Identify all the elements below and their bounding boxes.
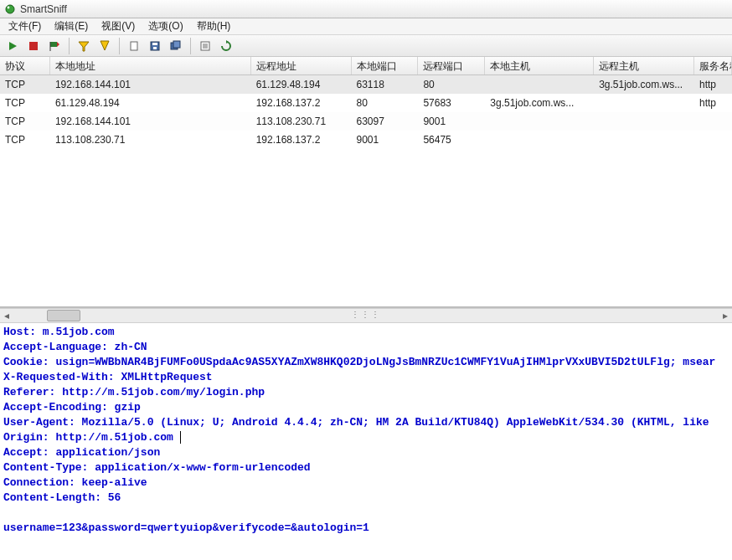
cell-local_port: 80 [352, 97, 419, 109]
splitter-grip-icon[interactable]: ⋮⋮⋮ [351, 310, 381, 319]
raw-line: Cookie: usign=WWBbNAR4BjFUMFo0USpdaAc9AS… [3, 356, 715, 368]
svg-marker-6 [57, 42, 59, 47]
svg-rect-11 [152, 43, 157, 45]
menu-options[interactable]: 选项(O) [142, 18, 189, 35]
menu-help[interactable]: 帮助(H) [190, 18, 238, 35]
cell-protocol: TCP [0, 116, 50, 127]
stop-icon [28, 40, 39, 52]
menubar: 文件(F) 编辑(E) 视图(V) 选项(O) 帮助(H) [0, 18, 732, 35]
table-row[interactable]: TCP192.168.144.101113.108.230.7163097900… [0, 112, 732, 131]
svg-rect-4 [50, 42, 57, 47]
text-caret [173, 431, 181, 444]
play-icon [7, 40, 18, 52]
horizontal-scrollbar[interactable]: ◂ ⋮⋮⋮ ▸ [0, 308, 732, 323]
stop-button[interactable] [24, 37, 43, 55]
refresh-button[interactable] [217, 37, 235, 55]
connections-grid: 协议 本地地址 远程地址 本地端口 远程端口 本地主机 远程主机 服务名称 TC… [0, 57, 732, 308]
cell-protocol: TCP [0, 97, 50, 109]
cell-remote_addr: 192.168.137.2 [251, 134, 352, 146]
raw-line: X-Requested-With: XMLHttpRequest [3, 371, 213, 383]
raw-line: Content-Type: application/x-www-form-url… [3, 461, 311, 474]
record-button[interactable] [45, 37, 64, 55]
col-local-addr[interactable]: 本地地址 [50, 57, 251, 74]
menu-view[interactable]: 视图(V) [95, 18, 142, 35]
window-titlebar: SmartSniff [0, 0, 732, 18]
cell-remote_addr: 192.168.137.2 [251, 97, 352, 109]
filter-button[interactable] [75, 37, 93, 55]
packet-content-pane[interactable]: Host: m.51job.com Accept-Language: zh-CN… [0, 323, 732, 560]
cell-local_host: 3g.51job.com.ws... [485, 97, 594, 109]
scroll-right-icon[interactable]: ▸ [719, 309, 732, 322]
toolbar-separator [190, 38, 191, 54]
svg-point-0 [6, 5, 14, 13]
cell-remote_addr: 113.108.230.71 [251, 116, 352, 127]
filter2-button[interactable] [95, 37, 114, 55]
col-protocol[interactable]: 协议 [0, 57, 50, 74]
cell-local_addr: 192.168.144.101 [50, 116, 251, 127]
cell-service: http [694, 97, 732, 109]
props-button[interactable] [196, 37, 214, 55]
svg-marker-8 [101, 41, 109, 50]
saveall-icon [170, 40, 182, 52]
cell-remote_port: 80 [418, 79, 485, 90]
toolbar [0, 35, 732, 57]
svg-rect-9 [131, 42, 137, 50]
table-row[interactable]: TCP113.108.230.71192.168.137.2900156475 [0, 131, 732, 149]
window-title: SmartSniff [20, 3, 67, 15]
col-service[interactable]: 服务名称 [694, 57, 732, 74]
new-icon [128, 40, 140, 52]
new-button[interactable] [125, 37, 143, 55]
cell-remote_port: 56475 [418, 134, 485, 146]
cell-local_addr: 61.129.48.194 [50, 97, 251, 109]
raw-line: username=123&password=qwertyuiop&verifyc… [3, 521, 369, 534]
filter2-icon [99, 40, 111, 52]
svg-rect-12 [153, 47, 157, 49]
cell-remote_host: 3g.51job.com.ws... [594, 79, 694, 90]
raw-line: Origin: http://m.51job.com [3, 431, 173, 444]
col-local-port[interactable]: 本地端口 [352, 57, 419, 74]
menu-edit[interactable]: 编辑(E) [48, 18, 95, 35]
col-remote-addr[interactable]: 远程地址 [251, 57, 352, 74]
menu-file[interactable]: 文件(F) [2, 18, 48, 35]
scroll-track[interactable]: ⋮⋮⋮ [13, 310, 719, 321]
scroll-thumb[interactable] [47, 310, 80, 321]
svg-point-1 [8, 6, 10, 8]
cell-remote_port: 9001 [418, 116, 485, 127]
app-icon [3, 3, 17, 16]
col-remote-host[interactable]: 远程主机 [594, 57, 694, 74]
raw-line: Accept: application/json [3, 446, 160, 459]
cell-service: http [694, 79, 732, 90]
toolbar-separator [119, 38, 120, 54]
svg-marker-7 [79, 42, 89, 51]
toolbar-separator [69, 38, 70, 54]
cell-local_addr: 192.168.144.101 [50, 79, 251, 90]
svg-rect-14 [173, 41, 180, 48]
cell-remote_port: 57683 [418, 97, 485, 109]
props-icon [199, 40, 211, 52]
cell-protocol: TCP [0, 79, 50, 90]
refresh-icon [220, 40, 232, 52]
save-button[interactable] [146, 37, 164, 55]
raw-line: Accept-Language: zh-CN [3, 341, 147, 353]
raw-line: Accept-Encoding: gzip [3, 401, 141, 414]
grid-header: 协议 本地地址 远程地址 本地端口 远程端口 本地主机 远程主机 服务名称 [0, 57, 732, 75]
table-row[interactable]: TCP61.129.48.194192.168.137.280576833g.5… [0, 94, 732, 112]
play-button[interactable] [3, 37, 22, 55]
table-row[interactable]: TCP192.168.144.10161.129.48.19463118803g… [0, 75, 732, 94]
raw-line: Content-Length: 56 [3, 491, 121, 504]
grid-body[interactable]: TCP192.168.144.10161.129.48.19463118803g… [0, 75, 732, 306]
svg-marker-2 [9, 42, 17, 50]
cell-local_port: 63118 [352, 79, 419, 90]
cell-local_port: 9001 [352, 134, 419, 146]
flag-icon [49, 40, 60, 52]
cell-remote_addr: 61.129.48.194 [251, 79, 352, 90]
raw-line: Connection: keep-alive [3, 476, 147, 489]
raw-line: Host: m.51job.com [3, 326, 115, 338]
cell-local_addr: 113.108.230.71 [50, 134, 251, 146]
save-icon [149, 40, 161, 52]
col-remote-port[interactable]: 远程端口 [418, 57, 485, 74]
cell-protocol: TCP [0, 134, 50, 146]
scroll-left-icon[interactable]: ◂ [0, 309, 13, 322]
col-local-host[interactable]: 本地主机 [485, 57, 594, 74]
saveall-button[interactable] [167, 37, 185, 55]
